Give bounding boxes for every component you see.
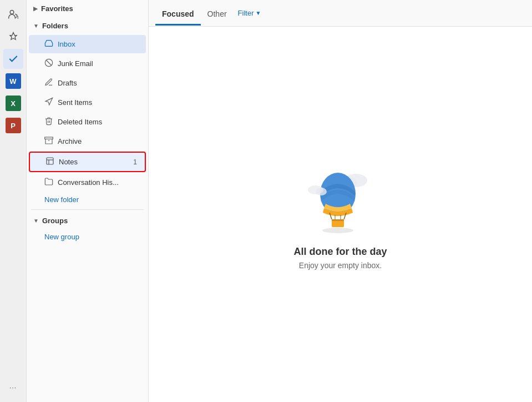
sidebar-item-drafts[interactable]: Drafts <box>29 74 146 92</box>
svg-rect-4 <box>45 137 53 139</box>
powerpoint-app-icon[interactable]: P <box>3 115 23 135</box>
archive-icon <box>44 136 53 147</box>
svg-point-20 <box>316 188 327 195</box>
favorites-section[interactable]: ▶ Favorites <box>27 0 148 17</box>
favorites-chevron: ▶ <box>33 6 38 12</box>
tab-other[interactable]: Other <box>201 2 234 26</box>
favorites-label: Favorites <box>41 4 73 13</box>
svg-rect-17 <box>332 219 344 221</box>
groups-label: Groups <box>42 217 68 225</box>
filter-button[interactable]: Filter ▼ <box>238 9 261 17</box>
filter-chevron-icon: ▼ <box>255 10 261 16</box>
junk-icon <box>44 58 53 69</box>
archive-label: Archive <box>58 137 82 145</box>
svg-point-18 <box>322 228 353 233</box>
sidebar: ▶ Favorites ▼ Folders Inbox Junk Email <box>27 0 149 402</box>
sidebar-item-junk[interactable]: Junk Email <box>29 54 146 73</box>
powerpoint-icon: P <box>6 118 21 133</box>
empty-inbox-subtitle: Enjoy your empty inbox. <box>299 261 382 270</box>
notes-icon <box>45 157 54 167</box>
folders-chevron: ▼ <box>33 23 39 29</box>
conversation-icon <box>44 177 53 188</box>
inbox-empty-state: All done for the day Enjoy your empty in… <box>149 27 532 402</box>
drafts-label: Drafts <box>58 79 77 87</box>
empty-inbox-title: All done for the day <box>293 246 387 258</box>
tab-bar: Focused Other Filter ▼ <box>149 0 532 27</box>
svg-marker-3 <box>45 98 53 105</box>
sent-label: Sent Items <box>58 98 92 107</box>
deleted-label: Deleted Items <box>58 118 102 126</box>
checkmark-icon[interactable] <box>3 49 23 69</box>
deleted-icon <box>44 117 53 127</box>
new-group-link[interactable]: New group <box>27 229 148 244</box>
balloon-illustration <box>307 159 374 237</box>
excel-icon: X <box>6 96 21 111</box>
svg-line-2 <box>46 60 51 65</box>
pin-icon[interactable] <box>3 27 23 47</box>
conversation-label: Conversation His... <box>58 178 119 187</box>
sidebar-item-conversation[interactable]: Conversation His... <box>29 173 146 192</box>
word-icon: W <box>6 73 21 89</box>
folders-label: Folders <box>42 22 68 30</box>
folders-section[interactable]: ▼ Folders <box>27 17 148 34</box>
people-icon[interactable] <box>3 4 23 24</box>
word-app-icon[interactable]: W <box>3 71 23 91</box>
junk-label: Junk Email <box>58 59 93 68</box>
groups-chevron: ▼ <box>33 218 39 224</box>
sidebar-item-notes[interactable]: Notes 1 <box>29 152 146 172</box>
main-panel: Focused Other Filter ▼ <box>149 0 532 402</box>
svg-point-0 <box>10 11 14 14</box>
groups-section[interactable]: ▼ Groups <box>27 212 148 229</box>
icon-rail: W X P ··· <box>0 0 27 402</box>
sent-icon <box>44 97 53 108</box>
new-folder-link[interactable]: New folder <box>27 192 148 207</box>
sidebar-item-archive[interactable]: Archive <box>29 132 146 150</box>
inbox-icon <box>44 39 53 49</box>
notes-badge: 1 <box>133 158 137 166</box>
sidebar-item-inbox[interactable]: Inbox <box>29 35 146 53</box>
divider <box>31 209 144 210</box>
sidebar-item-sent[interactable]: Sent Items <box>29 93 146 112</box>
excel-app-icon[interactable]: X <box>3 93 23 113</box>
sidebar-item-deleted[interactable]: Deleted Items <box>29 113 146 131</box>
svg-rect-6 <box>47 158 53 164</box>
tab-focused[interactable]: Focused <box>155 2 201 26</box>
notes-label: Notes <box>59 158 78 166</box>
drafts-icon <box>44 78 53 88</box>
more-apps-icon[interactable]: ··· <box>3 378 23 398</box>
inbox-label: Inbox <box>58 40 75 48</box>
